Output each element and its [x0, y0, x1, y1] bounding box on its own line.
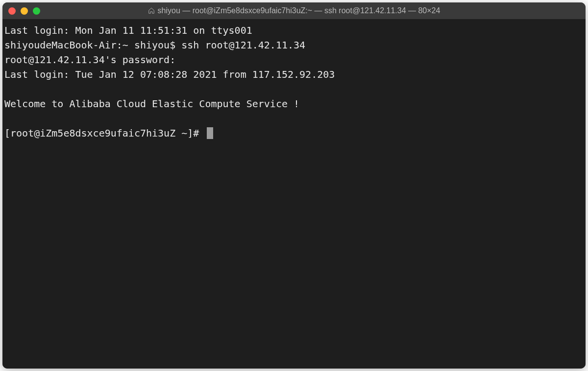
cursor [207, 127, 213, 139]
terminal-line: Last login: Mon Jan 11 11:51:31 on ttys0… [4, 23, 584, 38]
home-icon [148, 7, 155, 14]
title-bar: shiyou — root@iZm5e8dsxce9ufaic7hi3uZ:~ … [2, 2, 586, 19]
close-button[interactable] [8, 7, 16, 15]
terminal-prompt: [root@iZm5e8dsxce9ufaic7hi3uZ ~]# [4, 126, 205, 140]
minimize-button[interactable] [21, 7, 28, 15]
traffic-lights [8, 7, 40, 15]
terminal-line: Welcome to Alibaba Cloud Elastic Compute… [4, 96, 584, 111]
window-title: shiyou — root@iZm5e8dsxce9ufaic7hi3uZ:~ … [2, 6, 586, 15]
terminal-prompt-line[interactable]: [root@iZm5e8dsxce9ufaic7hi3uZ ~]# [4, 126, 584, 140]
maximize-button[interactable] [33, 7, 40, 15]
terminal-body[interactable]: Last login: Mon Jan 11 11:51:31 on ttys0… [2, 19, 586, 369]
window-title-text: shiyou — root@iZm5e8dsxce9ufaic7hi3uZ:~ … [158, 6, 441, 15]
terminal-line: Last login: Tue Jan 12 07:08:28 2021 fro… [4, 67, 584, 82]
terminal-line: root@121.42.11.34's password: [4, 52, 584, 67]
terminal-line: shiyoudeMacBook-Air:~ shiyou$ ssh root@1… [4, 38, 584, 52]
terminal-blank-line [4, 82, 584, 96]
terminal-window: shiyou — root@iZm5e8dsxce9ufaic7hi3uZ:~ … [2, 2, 586, 369]
terminal-blank-line [4, 111, 584, 126]
